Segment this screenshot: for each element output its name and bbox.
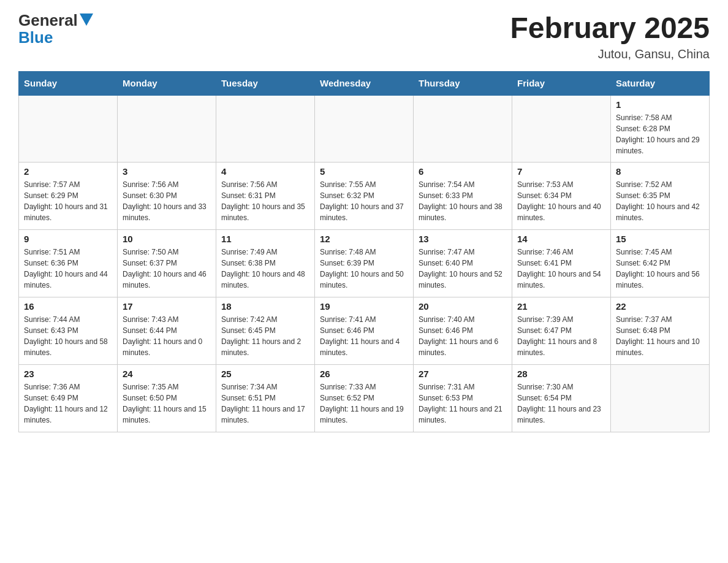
calendar-cell xyxy=(118,95,216,163)
calendar-week-1: 1Sunrise: 7:58 AMSunset: 6:28 PMDaylight… xyxy=(19,95,710,163)
day-number: 18 xyxy=(221,301,309,312)
day-number: 8 xyxy=(616,166,704,177)
calendar-cell: 15Sunrise: 7:45 AMSunset: 6:42 PMDayligh… xyxy=(611,230,710,297)
day-info: Sunrise: 7:57 AMSunset: 6:29 PMDaylight:… xyxy=(24,179,112,223)
calendar-cell: 16Sunrise: 7:44 AMSunset: 6:43 PMDayligh… xyxy=(19,297,118,365)
calendar-cell: 25Sunrise: 7:34 AMSunset: 6:51 PMDayligh… xyxy=(216,365,315,432)
calendar-cell xyxy=(414,95,512,163)
day-info: Sunrise: 7:58 AMSunset: 6:28 PMDaylight:… xyxy=(616,112,704,156)
calendar-header: Sunday Monday Tuesday Wednesday Thursday… xyxy=(19,71,710,95)
day-number: 27 xyxy=(419,369,507,379)
day-info: Sunrise: 7:36 AMSunset: 6:49 PMDaylight:… xyxy=(24,381,112,426)
calendar-cell: 8Sunrise: 7:52 AMSunset: 6:35 PMDaylight… xyxy=(611,163,710,230)
calendar-table: Sunday Monday Tuesday Wednesday Thursday… xyxy=(18,71,710,433)
day-number: 3 xyxy=(123,166,211,177)
day-info: Sunrise: 7:54 AMSunset: 6:33 PMDaylight:… xyxy=(419,179,507,223)
calendar-cell: 19Sunrise: 7:41 AMSunset: 6:46 PMDayligh… xyxy=(315,297,414,365)
day-number: 15 xyxy=(616,234,704,244)
calendar-week-4: 16Sunrise: 7:44 AMSunset: 6:43 PMDayligh… xyxy=(19,297,710,365)
col-thursday: Thursday xyxy=(414,71,512,95)
day-info: Sunrise: 7:35 AMSunset: 6:50 PMDaylight:… xyxy=(123,381,211,426)
location-subtitle: Jutou, Gansu, China xyxy=(510,47,710,61)
day-number: 26 xyxy=(320,369,408,379)
page-header: General Blue February 2025 Jutou, Gansu,… xyxy=(18,12,710,61)
day-info: Sunrise: 7:46 AMSunset: 6:41 PMDaylight:… xyxy=(517,247,605,291)
calendar-cell: 10Sunrise: 7:50 AMSunset: 6:37 PMDayligh… xyxy=(118,230,216,297)
calendar-cell xyxy=(611,365,710,432)
day-number: 23 xyxy=(24,369,112,379)
logo-arrow-icon xyxy=(80,13,93,26)
logo-text-general: General xyxy=(18,12,78,28)
day-info: Sunrise: 7:48 AMSunset: 6:39 PMDaylight:… xyxy=(320,247,408,291)
calendar-cell: 18Sunrise: 7:42 AMSunset: 6:45 PMDayligh… xyxy=(216,297,315,365)
calendar-cell: 17Sunrise: 7:43 AMSunset: 6:44 PMDayligh… xyxy=(118,297,216,365)
day-number: 12 xyxy=(320,234,408,244)
calendar-cell: 3Sunrise: 7:56 AMSunset: 6:30 PMDaylight… xyxy=(118,163,216,230)
day-number: 13 xyxy=(419,234,507,244)
col-friday: Friday xyxy=(512,71,611,95)
col-wednesday: Wednesday xyxy=(315,71,414,95)
day-info: Sunrise: 7:55 AMSunset: 6:32 PMDaylight:… xyxy=(320,179,408,223)
calendar-week-3: 9Sunrise: 7:51 AMSunset: 6:36 PMDaylight… xyxy=(19,230,710,297)
day-number: 21 xyxy=(517,301,605,312)
calendar-cell: 21Sunrise: 7:39 AMSunset: 6:47 PMDayligh… xyxy=(512,297,611,365)
calendar-cell: 23Sunrise: 7:36 AMSunset: 6:49 PMDayligh… xyxy=(19,365,118,432)
calendar-cell: 28Sunrise: 7:30 AMSunset: 6:54 PMDayligh… xyxy=(512,365,611,432)
day-info: Sunrise: 7:51 AMSunset: 6:36 PMDaylight:… xyxy=(24,247,112,291)
day-info: Sunrise: 7:34 AMSunset: 6:51 PMDaylight:… xyxy=(221,381,309,426)
day-info: Sunrise: 7:40 AMSunset: 6:46 PMDaylight:… xyxy=(419,314,507,358)
day-info: Sunrise: 7:31 AMSunset: 6:53 PMDaylight:… xyxy=(419,381,507,426)
calendar-cell: 7Sunrise: 7:53 AMSunset: 6:34 PMDaylight… xyxy=(512,163,611,230)
calendar-cell: 26Sunrise: 7:33 AMSunset: 6:52 PMDayligh… xyxy=(315,365,414,432)
calendar-cell: 14Sunrise: 7:46 AMSunset: 6:41 PMDayligh… xyxy=(512,230,611,297)
calendar-cell: 1Sunrise: 7:58 AMSunset: 6:28 PMDaylight… xyxy=(611,95,710,163)
day-info: Sunrise: 7:56 AMSunset: 6:30 PMDaylight:… xyxy=(123,179,211,223)
calendar-cell: 4Sunrise: 7:56 AMSunset: 6:31 PMDaylight… xyxy=(216,163,315,230)
day-info: Sunrise: 7:49 AMSunset: 6:38 PMDaylight:… xyxy=(221,247,309,291)
day-number: 11 xyxy=(221,234,309,244)
day-info: Sunrise: 7:41 AMSunset: 6:46 PMDaylight:… xyxy=(320,314,408,358)
col-tuesday: Tuesday xyxy=(216,71,315,95)
logo: General Blue xyxy=(18,12,93,45)
day-number: 2 xyxy=(24,166,112,177)
day-number: 17 xyxy=(123,301,211,312)
day-number: 20 xyxy=(419,301,507,312)
day-info: Sunrise: 7:39 AMSunset: 6:47 PMDaylight:… xyxy=(517,314,605,358)
svg-marker-0 xyxy=(80,13,93,26)
day-number: 24 xyxy=(123,369,211,379)
calendar-week-2: 2Sunrise: 7:57 AMSunset: 6:29 PMDaylight… xyxy=(19,163,710,230)
day-number: 1 xyxy=(616,99,704,110)
day-number: 9 xyxy=(24,234,112,244)
calendar-cell xyxy=(216,95,315,163)
calendar-cell: 22Sunrise: 7:37 AMSunset: 6:48 PMDayligh… xyxy=(611,297,710,365)
day-info: Sunrise: 7:44 AMSunset: 6:43 PMDaylight:… xyxy=(24,314,112,358)
day-info: Sunrise: 7:37 AMSunset: 6:48 PMDaylight:… xyxy=(616,314,704,358)
month-title: February 2025 xyxy=(510,12,710,45)
col-sunday: Sunday xyxy=(19,71,118,95)
calendar-week-5: 23Sunrise: 7:36 AMSunset: 6:49 PMDayligh… xyxy=(19,365,710,432)
calendar-cell xyxy=(19,95,118,163)
day-info: Sunrise: 7:42 AMSunset: 6:45 PMDaylight:… xyxy=(221,314,309,358)
calendar-cell: 11Sunrise: 7:49 AMSunset: 6:38 PMDayligh… xyxy=(216,230,315,297)
calendar-cell: 13Sunrise: 7:47 AMSunset: 6:40 PMDayligh… xyxy=(414,230,512,297)
day-number: 4 xyxy=(221,166,309,177)
col-saturday: Saturday xyxy=(611,71,710,95)
day-number: 6 xyxy=(419,166,507,177)
calendar-cell xyxy=(315,95,414,163)
logo-text-blue: Blue xyxy=(18,29,53,45)
day-number: 16 xyxy=(24,301,112,312)
day-info: Sunrise: 7:53 AMSunset: 6:34 PMDaylight:… xyxy=(517,179,605,223)
day-number: 25 xyxy=(221,369,309,379)
day-info: Sunrise: 7:56 AMSunset: 6:31 PMDaylight:… xyxy=(221,179,309,223)
calendar-cell: 20Sunrise: 7:40 AMSunset: 6:46 PMDayligh… xyxy=(414,297,512,365)
day-number: 14 xyxy=(517,234,605,244)
day-number: 28 xyxy=(517,369,605,379)
calendar-cell: 5Sunrise: 7:55 AMSunset: 6:32 PMDaylight… xyxy=(315,163,414,230)
calendar-cell: 12Sunrise: 7:48 AMSunset: 6:39 PMDayligh… xyxy=(315,230,414,297)
day-number: 19 xyxy=(320,301,408,312)
day-info: Sunrise: 7:45 AMSunset: 6:42 PMDaylight:… xyxy=(616,247,704,291)
calendar-cell: 6Sunrise: 7:54 AMSunset: 6:33 PMDaylight… xyxy=(414,163,512,230)
day-number: 10 xyxy=(123,234,211,244)
day-number: 7 xyxy=(517,166,605,177)
day-info: Sunrise: 7:52 AMSunset: 6:35 PMDaylight:… xyxy=(616,179,704,223)
